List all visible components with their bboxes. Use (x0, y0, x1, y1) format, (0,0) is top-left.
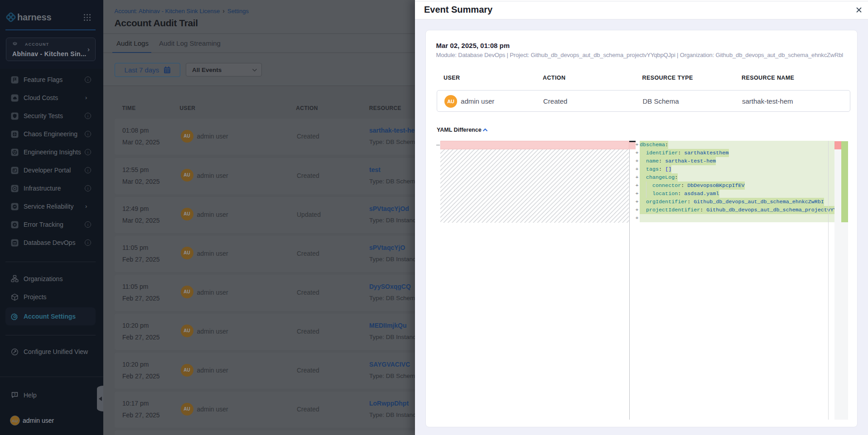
svg-text:?: ? (14, 392, 16, 397)
